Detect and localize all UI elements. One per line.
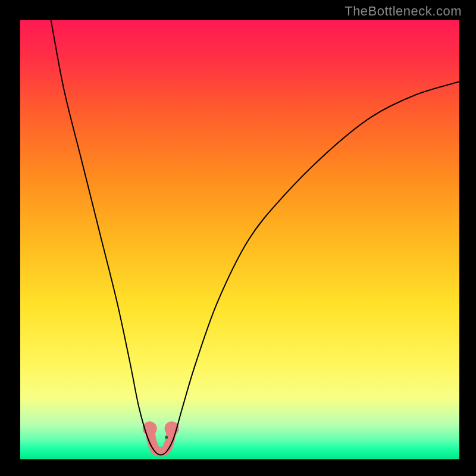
chart-svg — [20, 20, 459, 459]
plot-frame — [20, 20, 459, 459]
watermark-text: TheBottleneck.com — [345, 4, 462, 19]
trough-marker-group — [143, 421, 179, 452]
trough-marker-dot — [165, 436, 168, 439]
bottleneck-curve-path — [51, 20, 459, 455]
